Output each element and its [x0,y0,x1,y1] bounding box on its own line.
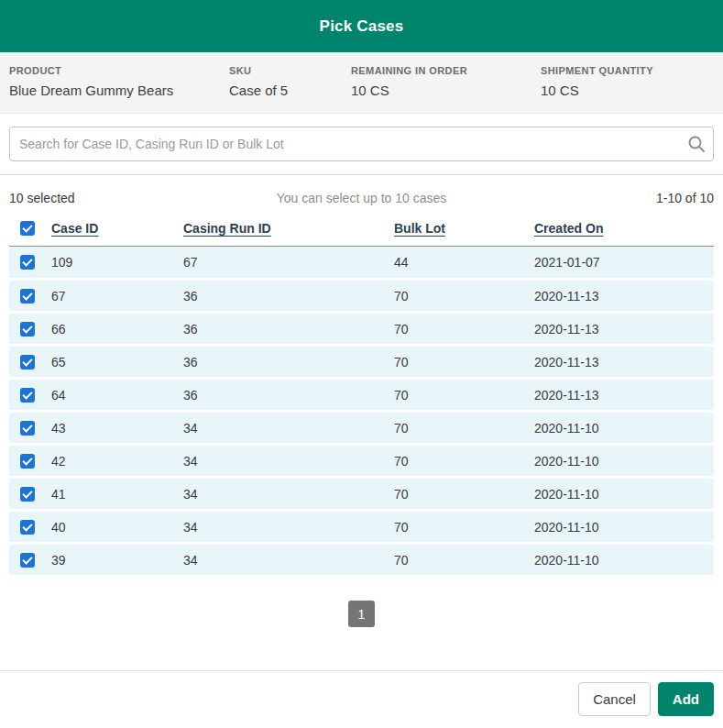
cell-case-id: 39 [51,544,183,577]
info-label-shipment-quantity: SHIPMENT QUANTITY [541,65,714,76]
cell-created-on: 2021-01-07 [534,247,714,280]
cell-casing-run-id: 34 [183,511,394,544]
cell-bulk-lot: 70 [394,511,534,544]
selected-count: 10 selected [9,191,192,205]
table-row[interactable]: 65 36 70 2020-11-13 [9,346,714,379]
cell-bulk-lot: 70 [394,346,534,379]
cell-case-id: 41 [51,478,183,511]
table-row[interactable]: 42 34 70 2020-11-10 [9,445,714,478]
table-row[interactable]: 43 34 70 2020-11-10 [9,412,714,445]
table-header-row: Case ID Casing Run ID Bulk Lot Created O… [9,215,714,247]
cell-case-id: 65 [51,346,183,379]
cell-bulk-lot: 44 [394,247,534,280]
status-row: 10 selected You can select up to 10 case… [0,175,723,215]
row-checkbox[interactable] [20,255,35,270]
info-field-remaining-in-order: REMAINING IN ORDER 10 CS [351,65,541,98]
search-bar [9,127,714,161]
info-value-remaining-in-order: 10 CS [351,83,541,98]
cell-casing-run-id: 34 [183,412,394,445]
modal-footer: Cancel Add [0,670,723,728]
cell-created-on: 2020-11-10 [534,511,714,544]
cell-case-id: 40 [51,511,183,544]
cell-created-on: 2020-11-13 [534,280,714,313]
column-header-created-on[interactable]: Created On [534,215,714,247]
row-checkbox[interactable] [20,355,35,370]
table-row[interactable]: 67 36 70 2020-11-13 [9,280,714,313]
cell-case-id: 67 [51,280,183,313]
cell-created-on: 2020-11-13 [534,346,714,379]
info-bar: PRODUCT Blue Dream Gummy Bears SKU Case … [0,52,723,114]
cell-case-id: 43 [51,412,183,445]
search-icon[interactable] [687,135,706,153]
info-field-product: PRODUCT Blue Dream Gummy Bears [9,65,229,98]
cell-casing-run-id: 34 [183,478,394,511]
info-label-remaining-in-order: REMAINING IN ORDER [351,65,541,76]
column-header-bulk-lot[interactable]: Bulk Lot [394,215,534,247]
cell-bulk-lot: 70 [394,445,534,478]
cell-casing-run-id: 36 [183,379,394,412]
cell-case-id: 42 [51,445,183,478]
table-row[interactable]: 64 36 70 2020-11-13 [9,379,714,412]
cell-casing-run-id: 36 [183,280,394,313]
cell-created-on: 2020-11-10 [534,445,714,478]
cases-table: Case ID Casing Run ID Bulk Lot Created O… [9,215,714,578]
row-checkbox[interactable] [20,553,35,568]
cell-created-on: 2020-11-13 [534,379,714,412]
cell-bulk-lot: 70 [394,280,534,313]
info-label-product: PRODUCT [9,65,229,76]
cell-case-id: 64 [51,379,183,412]
page-button-1[interactable]: 1 [348,601,375,627]
table-row[interactable]: 41 34 70 2020-11-10 [9,478,714,511]
selection-limit-hint: You can select up to 10 cases [192,191,531,205]
cell-case-id: 109 [51,247,183,280]
cancel-button[interactable]: Cancel [578,682,651,716]
cell-bulk-lot: 70 [394,379,534,412]
row-checkbox[interactable] [20,388,35,403]
cell-bulk-lot: 70 [394,412,534,445]
add-button[interactable]: Add [658,682,714,716]
modal-title: Pick Cases [320,17,404,36]
search-input[interactable] [9,127,714,161]
cell-casing-run-id: 67 [183,247,394,280]
table-row[interactable]: 109 67 44 2021-01-07 [9,247,714,280]
row-checkbox[interactable] [20,322,35,336]
cell-created-on: 2020-11-10 [534,544,714,577]
cell-casing-run-id: 36 [183,346,394,379]
table-row[interactable]: 39 34 70 2020-11-10 [9,544,714,577]
row-checkbox[interactable] [20,520,35,535]
select-all-cell [9,215,51,247]
info-value-sku: Case of 5 [229,83,351,98]
row-checkbox[interactable] [20,289,35,303]
cell-casing-run-id: 34 [183,544,394,577]
result-range: 1-10 of 10 [531,191,714,205]
info-value-product: Blue Dream Gummy Bears [9,83,229,98]
column-header-casing-run-id[interactable]: Casing Run ID [183,215,394,247]
cell-bulk-lot: 70 [394,544,534,577]
info-value-shipment-quantity: 10 CS [541,83,714,98]
cell-bulk-lot: 70 [394,478,534,511]
pagination: 1 [0,601,723,627]
table-row[interactable]: 40 34 70 2020-11-10 [9,511,714,544]
row-checkbox[interactable] [20,454,35,469]
cell-created-on: 2020-11-10 [534,478,714,511]
cell-created-on: 2020-11-13 [534,313,714,346]
modal-header: Pick Cases [0,0,723,52]
cell-casing-run-id: 36 [183,313,394,346]
info-field-sku: SKU Case of 5 [229,65,351,98]
row-checkbox[interactable] [20,421,35,436]
cell-case-id: 66 [51,313,183,346]
table-row[interactable]: 66 36 70 2020-11-13 [9,313,714,346]
cell-bulk-lot: 70 [394,313,534,346]
select-all-checkbox[interactable] [20,221,35,236]
row-checkbox[interactable] [20,487,35,502]
info-field-shipment-quantity: SHIPMENT QUANTITY 10 CS [541,65,714,98]
info-label-sku: SKU [229,65,351,76]
column-header-case-id[interactable]: Case ID [51,215,183,247]
cell-created-on: 2020-11-10 [534,412,714,445]
cell-casing-run-id: 34 [183,445,394,478]
